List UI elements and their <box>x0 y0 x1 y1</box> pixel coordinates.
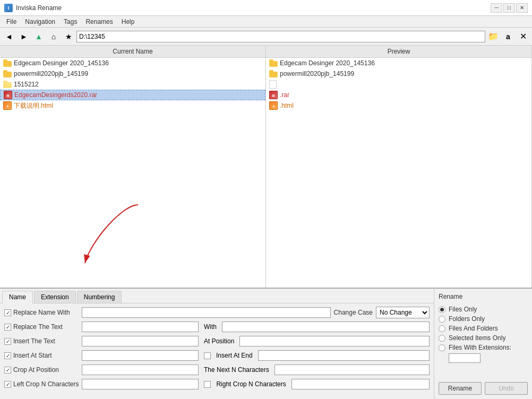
menu-renames[interactable]: Renames <box>81 17 117 27</box>
insert-text-input[interactable] <box>82 336 199 346</box>
list-item[interactable] <box>266 79 531 90</box>
list-item[interactable]: Edgecam Desinger 2020_145136 <box>266 58 531 68</box>
crop-pos-checkbox[interactable] <box>4 367 11 374</box>
rename-title: Rename <box>439 293 528 300</box>
replace-name-checkbox[interactable] <box>4 309 11 316</box>
replace-name-row: Replace Name With Change Case No Change … <box>4 307 430 318</box>
replace-text-checkbox[interactable] <box>4 324 11 331</box>
panels-container: Current Name Edgecam Desinger 2020_14513… <box>0 46 532 288</box>
rename-button[interactable]: Rename <box>439 382 482 395</box>
radio-folders-only[interactable]: Folders Only <box>439 315 528 323</box>
item-name: powermill2020pjb_145199 <box>14 70 88 77</box>
tab-name[interactable]: Name <box>2 291 33 303</box>
html-file-icon: ◈ <box>3 101 12 110</box>
item-name: Edgecam Desinger 2020_145136 <box>280 59 375 67</box>
item-name: .html <box>280 102 294 109</box>
insert-start-text: Insert At Start <box>13 352 52 359</box>
radio-selected-items[interactable]: Selected Items Only <box>439 334 528 342</box>
replace-text-input[interactable] <box>82 322 199 332</box>
list-item[interactable]: 1515212 <box>0 79 265 90</box>
list-item[interactable]: Edgecam Desinger 2020_145136 <box>0 58 265 68</box>
bottom-section: Name Extension Numbering Replace Name Wi… <box>0 288 532 399</box>
insert-start-row: Insert At Start Insert At End <box>4 350 430 361</box>
insert-text-checkbox[interactable] <box>4 338 11 345</box>
insert-start-input[interactable] <box>82 350 199 361</box>
left-crop-label: Left Crop N Characters <box>4 380 79 388</box>
left-crop-input[interactable] <box>82 379 199 389</box>
insert-end-label: Insert At End <box>216 352 253 359</box>
change-case-select[interactable]: No Change UPPERCASE lowercase Title Case <box>376 307 430 318</box>
maximize-button[interactable]: □ <box>503 3 515 13</box>
path-input[interactable] <box>76 31 485 42</box>
minimize-button[interactable]: ─ <box>491 3 502 13</box>
right-panel-content[interactable]: Edgecam Desinger 2020_145136 powermill20… <box>266 58 531 288</box>
radio-group: Files Only Folders Only Files And Folder… <box>439 306 528 363</box>
insert-end-input[interactable] <box>258 350 430 361</box>
right-panel: Preview Edgecam Desinger 2020_145136 pow… <box>266 46 532 288</box>
close-button[interactable]: ✕ <box>516 3 528 13</box>
radio-files-only-circle <box>439 306 445 313</box>
ext-input[interactable] <box>449 353 480 363</box>
radio-files-with-ext[interactable]: Files With Extensions: <box>439 344 528 351</box>
replace-name-label: Replace Name With <box>4 309 79 316</box>
fav-button[interactable]: ★ <box>62 30 75 44</box>
item-name: 1515212 <box>14 81 39 88</box>
radio-files-and-folders-label: Files And Folders <box>449 325 498 332</box>
left-panel-content[interactable]: Edgecam Desinger 2020_145136 powermill20… <box>0 58 265 288</box>
undo-button[interactable]: Undo <box>485 382 528 395</box>
rar-file-icon: ▦ <box>269 91 278 99</box>
left-panel-header: Current Name <box>0 46 265 58</box>
next-n-label: The Next N Characters <box>204 366 269 374</box>
left-crop-checkbox[interactable] <box>4 381 11 388</box>
next-n-input[interactable] <box>274 365 430 375</box>
html-file-icon: ◈ <box>269 101 278 110</box>
menu-navigation[interactable]: Navigation <box>21 17 59 27</box>
at-position-input[interactable] <box>239 336 430 346</box>
radio-selected-items-circle <box>439 335 445 342</box>
home-button[interactable]: ⌂ <box>47 30 61 44</box>
right-crop-checkbox[interactable] <box>204 381 211 388</box>
list-item[interactable]: powermill2020pjb_145199 <box>0 68 265 79</box>
window-controls: ─ □ ✕ <box>491 3 528 13</box>
clear-button[interactable]: ✕ <box>516 30 530 44</box>
rar-file-icon: ▦ <box>4 91 12 99</box>
tabs-row: Name Extension Numbering <box>0 289 434 303</box>
radio-files-with-ext-circle <box>439 344 445 351</box>
menu-help[interactable]: Help <box>117 17 139 27</box>
radio-selected-items-label: Selected Items Only <box>449 334 505 342</box>
search-button[interactable]: a <box>501 30 515 44</box>
right-crop-input[interactable] <box>291 379 430 389</box>
list-item[interactable]: ▦ EdgecamDesingerds2020.rar <box>0 90 265 100</box>
forward-button[interactable]: ► <box>17 30 31 44</box>
list-item[interactable]: ◈ .html <box>266 100 531 111</box>
tab-extension[interactable]: Extension <box>34 291 76 303</box>
crop-pos-input[interactable] <box>82 365 199 375</box>
radio-files-and-folders-circle <box>439 325 445 332</box>
radio-files-only-label: Files Only <box>449 306 477 313</box>
with-label: With <box>204 323 217 331</box>
blank-file-icon <box>269 80 277 89</box>
list-item[interactable]: powermill2020pjb_145199 <box>266 68 531 79</box>
list-item[interactable]: ◈ 下载说明.html <box>0 100 265 111</box>
menu-file[interactable]: File <box>2 17 21 27</box>
tab-numbering[interactable]: Numbering <box>77 291 122 303</box>
radio-files-only[interactable]: Files Only <box>439 306 528 313</box>
item-name: 下载说明.html <box>14 101 53 110</box>
rename-panel: Rename Files Only Folders Only Files And… <box>434 289 532 399</box>
folder-icon <box>269 70 278 77</box>
replace-with-input[interactable] <box>222 322 430 332</box>
item-name: powermill2020pjb_145199 <box>280 70 354 77</box>
menu-tags[interactable]: Tags <box>59 17 81 27</box>
insert-text-row: Insert The Text At Position <box>4 335 430 347</box>
insert-text-text: Insert The Text <box>13 337 55 345</box>
item-name: .rar <box>280 91 289 99</box>
up-button[interactable]: ▲ <box>32 30 46 44</box>
list-item[interactable]: ▦ .rar <box>266 90 531 100</box>
insert-end-checkbox[interactable] <box>204 352 211 359</box>
radio-files-and-folders[interactable]: Files And Folders <box>439 325 528 332</box>
folder-browse-button[interactable]: 📁 <box>486 30 500 44</box>
toolbar: ◄ ► ▲ ⌂ ★ 📁 a ✕ <box>0 28 532 46</box>
back-button[interactable]: ◄ <box>2 30 16 44</box>
insert-start-checkbox[interactable] <box>4 352 11 359</box>
replace-name-input[interactable] <box>82 307 331 318</box>
